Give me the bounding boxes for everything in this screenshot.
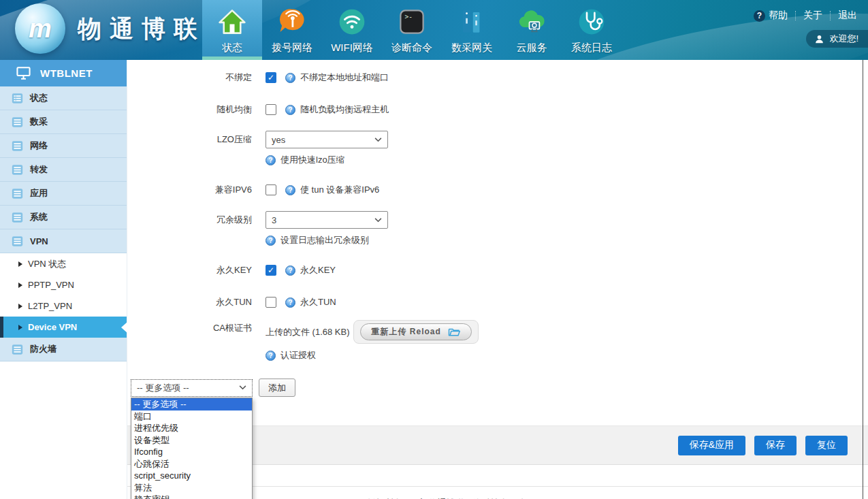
- verbosity-select[interactable]: 3: [266, 211, 388, 229]
- help-badge-icon: ?: [754, 10, 765, 22]
- sidebar-item-label: 应用: [30, 187, 48, 199]
- sidebar-item-network[interactable]: 网络: [0, 134, 127, 158]
- tab-label: 云服务: [517, 42, 547, 54]
- field-label: 冗余级别: [127, 211, 252, 229]
- about-link[interactable]: 关于: [803, 10, 822, 22]
- help-icon: ?: [285, 297, 295, 308]
- sidebar-subitem-device-vpn[interactable]: Device VPN: [0, 317, 127, 338]
- lzo-select-value: yes: [272, 135, 374, 145]
- field-label: 不绑定: [127, 71, 252, 84]
- sidebar-subitem-label: L2TP_VPN: [28, 301, 72, 311]
- tab-label: 状态: [222, 42, 242, 54]
- main-content: 不绑定 ✓ ? 不绑定本地地址和端口 随机均衡 ? 随机负载均衡远程主机 LZO…: [127, 60, 868, 499]
- terminal-icon: >-: [396, 6, 428, 37]
- dropdown-option[interactable]: 端口: [131, 411, 252, 423]
- sidebar-item-status[interactable]: 状态: [0, 86, 127, 110]
- tab-status[interactable]: 状态: [202, 0, 262, 60]
- dropdown-option[interactable]: 心跳保活: [131, 458, 252, 470]
- svg-text:>-: >-: [405, 13, 413, 20]
- list-icon: [12, 212, 23, 223]
- sidebar-item-label: 防火墙: [30, 343, 57, 355]
- more-options-select[interactable]: -- 更多选项 --: [131, 379, 253, 397]
- sidebar-subitem-label: PPTP_VPN: [28, 280, 74, 290]
- lzo-select[interactable]: yes: [266, 131, 388, 148]
- sidebar-item-label: 转发: [30, 163, 48, 176]
- field-label: LZO压缩: [127, 131, 252, 148]
- list-icon: [12, 164, 23, 176]
- sidebar-item-label: 数采: [30, 116, 48, 128]
- sidebar-item-data-collect[interactable]: 数采: [0, 110, 127, 134]
- field-label: 随机均衡: [127, 103, 252, 116]
- unbind-checkbox[interactable]: ✓: [266, 72, 276, 83]
- persist-key-checkbox[interactable]: ✓: [266, 265, 276, 276]
- sidebar-item-forwarding[interactable]: 转发: [0, 158, 127, 182]
- tab-label: 诊断命令: [391, 42, 432, 54]
- form-row-verbosity: 冗余级别 3 ? 设置日志输出冗余级别: [127, 211, 868, 246]
- arrow-right-icon: [18, 283, 22, 288]
- arrow-right-icon: [18, 325, 22, 330]
- persist-tun-checkbox[interactable]: [266, 297, 276, 308]
- list-icon: [12, 116, 23, 128]
- monitor-icon: [16, 67, 31, 80]
- arrow-right-icon: [18, 261, 22, 267]
- dropdown-option[interactable]: script_security: [131, 470, 252, 482]
- sidebar-item-vpn[interactable]: VPN: [0, 229, 127, 253]
- tab-label: 数采网关: [451, 42, 492, 54]
- separator: [795, 11, 796, 20]
- sidebar-subitem-vpn-status[interactable]: VPN 状态: [0, 253, 127, 274]
- add-button[interactable]: 添加: [259, 379, 295, 397]
- field-label: 永久KEY: [127, 264, 252, 276]
- ipv6-checkbox[interactable]: [266, 184, 276, 195]
- reset-button[interactable]: 复位: [805, 436, 848, 455]
- sidebar-subitem-l2tp-vpn[interactable]: L2TP_VPN: [0, 295, 127, 317]
- tab-dial-network[interactable]: 拨号网络: [262, 0, 322, 60]
- tab-wifi-network[interactable]: WIFI网络: [322, 0, 382, 60]
- tab-data-gateway[interactable]: 数采网关: [442, 0, 502, 60]
- help-icon: ?: [266, 236, 276, 246]
- sidebar-item-system[interactable]: 系统: [0, 206, 127, 229]
- verbosity-select-value: 3: [272, 215, 374, 225]
- sidebar-item-firewall[interactable]: 防火墙: [0, 338, 127, 361]
- sidebar-item-application[interactable]: 应用: [0, 182, 127, 206]
- tab-diagnostic-command[interactable]: >- 诊断命令: [382, 0, 442, 60]
- more-options-row: -- 更多选项 -- 添加 -- 更多选项 -- 端口 进程优先级 设备类型 I…: [131, 379, 868, 397]
- field-label: CA根证书: [127, 320, 252, 334]
- dropdown-option[interactable]: 静态密钥: [131, 494, 252, 499]
- sidebar-item-label: 状态: [30, 92, 48, 104]
- dropdown-option[interactable]: Ifconfig: [131, 446, 252, 458]
- dropdown-option[interactable]: 进程优先级: [131, 422, 252, 434]
- save-button[interactable]: 保存: [754, 436, 797, 455]
- window-edge-line: [863, 60, 863, 499]
- help-icon: ?: [266, 155, 276, 165]
- field-help: 使用快速lzo压缩: [280, 154, 345, 166]
- user-icon: [814, 34, 824, 44]
- help-icon: ?: [266, 351, 276, 361]
- sidebar-subitem-pptp-vpn[interactable]: PPTP_VPN: [0, 274, 127, 295]
- form-row-random-balance: 随机均衡 ? 随机负载均衡远程主机: [127, 103, 868, 116]
- form-row-ca-cert: CA根证书 上传的文件 (1.68 KB) 重新上传 Reload ? 认证授权: [127, 320, 868, 361]
- form-row-ipv6: 兼容IPV6 ? 使 tun 设备兼容IPv6: [127, 184, 868, 196]
- sidebar-item-label: 系统: [30, 211, 48, 223]
- logout-link[interactable]: 退出: [838, 10, 857, 22]
- welcome-badge: 欢迎您!: [806, 30, 868, 48]
- tab-system-log[interactable]: 系统日志: [562, 0, 622, 60]
- help-icon: ?: [285, 73, 295, 83]
- help-link[interactable]: 帮助: [769, 10, 788, 22]
- tab-cloud-service[interactable]: 云服务: [502, 0, 562, 60]
- save-apply-button[interactable]: 保存&应用: [678, 436, 745, 455]
- sidebar-header: WTBLNET: [0, 60, 127, 86]
- logo-icon: m: [15, 3, 65, 54]
- dropdown-option[interactable]: -- 更多选项 --: [131, 398, 252, 411]
- sidebar-item-label: VPN: [30, 236, 48, 246]
- field-label: 永久TUN: [127, 296, 252, 308]
- dropdown-option[interactable]: 算法: [131, 482, 252, 494]
- stethoscope-icon: [576, 6, 607, 37]
- tab-label: 拨号网络: [272, 42, 312, 54]
- gateway-icon: [456, 6, 487, 37]
- reload-upload-button[interactable]: 重新上传 Reload: [360, 323, 472, 340]
- dropdown-option[interactable]: 设备类型: [131, 434, 252, 447]
- random-balance-checkbox[interactable]: [266, 104, 276, 115]
- list-icon: [12, 344, 23, 355]
- chevron-down-icon: [374, 138, 382, 142]
- top-nav: 状态 拨号网络 WIFI网络 >- 诊断命令 数采网关: [202, 0, 622, 60]
